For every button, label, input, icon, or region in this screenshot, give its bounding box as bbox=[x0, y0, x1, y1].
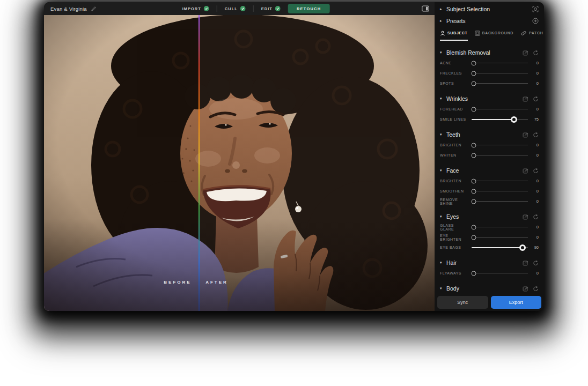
sync-button[interactable]: Sync bbox=[437, 296, 488, 309]
sidebar-footer: Sync Export bbox=[437, 296, 541, 309]
presets-row[interactable]: ▸ Presets bbox=[440, 15, 539, 27]
slider-track[interactable] bbox=[472, 244, 528, 251]
section-sliders: FOREHEAD 0 SMILE LINES 75 bbox=[440, 104, 539, 124]
reset-section-icon[interactable] bbox=[533, 214, 539, 220]
step-import[interactable]: IMPORT bbox=[182, 6, 209, 11]
slider-track[interactable] bbox=[472, 188, 528, 195]
slider-label: GLASS GLARE bbox=[440, 224, 469, 231]
slider-knob[interactable] bbox=[471, 61, 476, 65]
edit-section-icon[interactable] bbox=[523, 286, 528, 292]
slider-knob[interactable] bbox=[471, 143, 476, 147]
edit-section-icon[interactable] bbox=[523, 214, 528, 220]
slider-knob[interactable] bbox=[471, 225, 476, 229]
slider-row: SPOTS 0 bbox=[440, 78, 539, 88]
slider-knob[interactable] bbox=[471, 235, 476, 240]
slider-track[interactable] bbox=[472, 60, 528, 66]
step-edit[interactable]: EDIT bbox=[261, 6, 281, 11]
retouch-section: ▾ Blemish Removal ACNE bbox=[440, 47, 539, 88]
slider-knob[interactable] bbox=[511, 116, 517, 123]
slider-value: 0 bbox=[531, 143, 539, 147]
section-header[interactable]: ▾ Blemish Removal bbox=[440, 47, 539, 58]
section-header[interactable]: ▾ Body bbox=[440, 283, 539, 294]
reset-section-icon[interactable] bbox=[533, 260, 539, 266]
section-icons bbox=[523, 96, 539, 102]
retouch-button[interactable]: RETOUCH bbox=[288, 4, 329, 13]
portrait-photo bbox=[44, 15, 435, 311]
slider-fill bbox=[472, 247, 523, 248]
subject-selection-label: Subject Selection bbox=[446, 6, 490, 12]
step-cull[interactable]: CULL bbox=[225, 6, 246, 11]
slider-track[interactable] bbox=[472, 142, 528, 149]
slider-track[interactable] bbox=[472, 152, 528, 159]
slider-track[interactable] bbox=[472, 224, 528, 231]
section-header[interactable]: ▾ Face bbox=[440, 165, 539, 176]
section-header[interactable]: ▾ Hair bbox=[440, 257, 539, 268]
slider-knob[interactable] bbox=[471, 199, 476, 204]
slider-track[interactable] bbox=[472, 178, 528, 184]
slider-label: BRIGHTEN bbox=[440, 143, 469, 147]
edit-section-icon[interactable] bbox=[523, 96, 528, 102]
face-scan-icon[interactable] bbox=[532, 6, 539, 12]
slider-knob[interactable] bbox=[471, 81, 476, 86]
slider-knob[interactable] bbox=[519, 244, 526, 251]
slider-knob[interactable] bbox=[471, 153, 476, 158]
section-header[interactable]: ▾ Wrinkles bbox=[440, 93, 539, 104]
slider-value: 0 bbox=[531, 71, 539, 76]
step-edit-label: EDIT bbox=[261, 6, 273, 11]
section-title: Face bbox=[446, 167, 459, 174]
edit-section-icon[interactable] bbox=[523, 168, 528, 174]
tab-subject[interactable]: SUBJECT bbox=[440, 29, 468, 41]
slider-knob[interactable] bbox=[471, 271, 476, 276]
project-title-wrap: Evan & Virginia bbox=[50, 6, 97, 12]
slider-track[interactable] bbox=[472, 116, 528, 123]
reset-section-icon[interactable] bbox=[533, 286, 539, 292]
panel-toggle-icon[interactable] bbox=[422, 5, 429, 12]
section-icons bbox=[523, 214, 539, 220]
slider-track[interactable] bbox=[472, 198, 528, 205]
tab-background[interactable]: BACKGROUND bbox=[475, 29, 513, 41]
slider-track[interactable] bbox=[472, 106, 528, 113]
slider-track[interactable] bbox=[472, 234, 528, 241]
retouch-section: ▾ Eyes GLASS GLARE 0 bbox=[440, 211, 539, 253]
tab-patch[interactable]: PATCH bbox=[520, 29, 543, 41]
section-title: Blemish Removal bbox=[446, 49, 490, 56]
edit-section-icon[interactable] bbox=[523, 260, 528, 266]
slider-knob[interactable] bbox=[471, 189, 476, 194]
slider-row: GLASS GLARE 0 bbox=[440, 222, 539, 232]
caret-down-icon: ▾ bbox=[440, 286, 445, 291]
reset-section-icon[interactable] bbox=[533, 168, 539, 174]
slider-row: WHITEN 0 bbox=[440, 150, 539, 160]
edit-section-icon[interactable] bbox=[523, 132, 528, 138]
subject-selection-row[interactable]: ▸ Subject Selection bbox=[440, 3, 539, 15]
person-icon bbox=[440, 31, 445, 36]
slider-track-line bbox=[472, 227, 528, 227]
before-after-divider-handle[interactable] bbox=[199, 15, 200, 311]
slider-label: FOREHEAD bbox=[440, 107, 469, 111]
slider-label: ACNE bbox=[440, 61, 469, 65]
slider-label: WHITEN bbox=[440, 153, 469, 157]
caret-down-icon: ▾ bbox=[440, 214, 445, 219]
section-icons bbox=[523, 168, 539, 174]
slider-track[interactable] bbox=[472, 80, 528, 87]
workflow-steps: IMPORT CULL EDIT RETOUCH bbox=[182, 4, 330, 13]
slider-knob[interactable] bbox=[471, 179, 476, 183]
plus-circle-icon[interactable] bbox=[532, 18, 539, 24]
section-header[interactable]: ▾ Eyes bbox=[440, 211, 539, 222]
check-icon bbox=[240, 6, 246, 11]
export-button[interactable]: Export bbox=[491, 296, 542, 309]
slider-track[interactable] bbox=[472, 270, 528, 277]
reset-section-icon[interactable] bbox=[533, 50, 539, 56]
section-sliders: ACNE 0 FRECKLES 0 SPOTS 0 bbox=[440, 58, 539, 88]
reset-section-icon[interactable] bbox=[533, 96, 539, 102]
slider-track[interactable] bbox=[472, 70, 528, 77]
slider-knob[interactable] bbox=[471, 71, 476, 76]
check-icon bbox=[204, 6, 209, 11]
slider-knob[interactable] bbox=[471, 107, 476, 112]
project-title: Evan & Virginia bbox=[50, 6, 87, 12]
edit-section-icon[interactable] bbox=[523, 50, 528, 56]
reset-section-icon[interactable] bbox=[533, 132, 539, 138]
section-header[interactable]: ▾ Teeth bbox=[440, 129, 539, 140]
slider-label: REMOVE SHINE bbox=[440, 198, 469, 205]
slider-value: 75 bbox=[531, 117, 539, 122]
edit-title-pencil-icon[interactable] bbox=[91, 6, 97, 12]
